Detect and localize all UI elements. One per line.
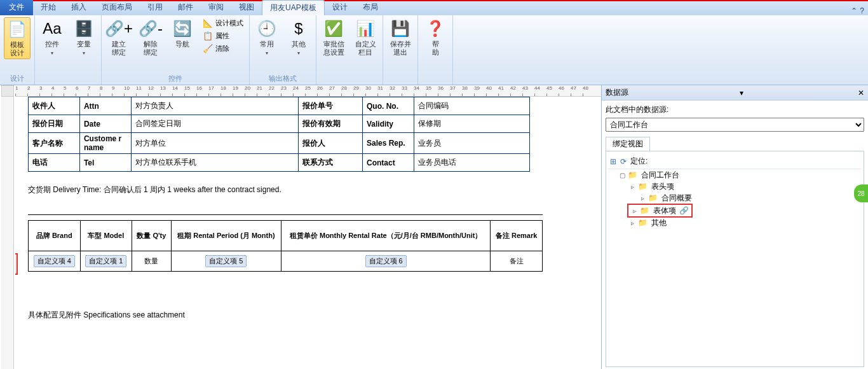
tab-7[interactable]: 用友UAP模板 — [262, 0, 325, 15]
info-cell: 报价人 — [298, 133, 362, 154]
custom-column-button[interactable]: 📊自定义栏目 — [352, 17, 379, 58]
tree-refresh-icon[interactable]: ⟳ — [620, 157, 627, 166]
data-source-panel: 数据源 ▾ ✕ 此文档中的数据源: 合同工作台 绑定视图 ⊞ ⟳ 定位: ▢ 📁… — [601, 85, 868, 369]
info-cell: 客户名称 — [29, 133, 80, 154]
field-tag[interactable]: 自定义项 5 — [205, 255, 247, 267]
tab-3[interactable]: 引用 — [140, 0, 170, 15]
tab-0[interactable]: 开始 — [33, 0, 64, 15]
body-header: 车型 Model — [80, 221, 132, 251]
horizontal-ruler: 1234567891011121314151617181920212223242… — [15, 85, 601, 97]
menu-tabs: 文件 开始插入页面布局引用邮件审阅视图用友UAP模板设计布局 ⌃ ? — [0, 0, 868, 15]
ribbon: 📄模板设计设计Aa控件▾🗄️变量▾🔗+建立绑定🔗-解除绑定🔄导航📐设计模式📋属性… — [0, 15, 868, 85]
clear-icon: 🧹 — [203, 43, 213, 53]
info-cell: Validity — [362, 115, 414, 133]
info-cell: Sales Rep. — [362, 133, 414, 154]
tree-node[interactable]: 其他 — [650, 218, 668, 227]
body-cell[interactable]: 自定义项 4 — [29, 251, 81, 272]
info-cell: Date — [79, 115, 131, 133]
properties-button[interactable]: 📋属性 — [201, 30, 245, 41]
template-design-icon: 📄 — [7, 19, 27, 39]
approve-info-button[interactable]: ✅审批信息设置 — [320, 17, 347, 58]
field-tag[interactable]: 自定义项 6 — [365, 255, 407, 267]
font-button[interactable]: Aa控件▾ — [39, 17, 65, 59]
footer-paragraph: 具体配置见附件 Specifications see attachment — [28, 310, 588, 321]
custom-column-icon: 📊 — [355, 18, 376, 39]
remove-bind-icon: 🔗- — [140, 18, 161, 39]
panel-title: 数据源 — [606, 87, 628, 98]
tab-9[interactable]: 布局 — [355, 0, 386, 15]
tree-expand-icon[interactable]: ⊞ — [610, 157, 616, 166]
body-cell[interactable]: 数量 — [132, 251, 172, 272]
info-cell: 电话 — [29, 154, 80, 172]
nav-button[interactable]: 🔄导航 — [169, 17, 196, 50]
info-cell: 报价有效期 — [298, 115, 362, 133]
tab-6[interactable]: 视图 — [231, 0, 262, 15]
panel-dropdown-icon[interactable]: ▾ — [740, 88, 743, 97]
info-cell: 收件人 — [29, 97, 80, 115]
ribbon-minimize-icon[interactable]: ⌃ — [851, 6, 857, 15]
info-cell: Attn — [79, 97, 131, 115]
variable-button[interactable]: 🗄️变量▾ — [71, 17, 97, 59]
body-cell[interactable]: 自定义项 6 — [281, 251, 491, 272]
info-cell: 合同签定日期 — [131, 115, 298, 133]
clear-button[interactable]: 🧹清除 — [201, 43, 245, 54]
datasource-select[interactable]: 合同工作台 — [606, 118, 864, 132]
panel-close-icon[interactable]: ✕ — [858, 88, 864, 97]
tree-node[interactable]: 表头项 — [650, 182, 675, 191]
info-cell: Contact — [362, 154, 414, 172]
save-exit-icon: 💾 — [390, 18, 410, 39]
template-design-button[interactable]: 📄模板设计 — [4, 17, 31, 59]
tab-5[interactable]: 审阅 — [201, 0, 231, 15]
info-cell: Custome r name — [79, 133, 131, 154]
help-icon: ❓ — [425, 18, 445, 39]
tab-4[interactable]: 邮件 — [170, 0, 201, 15]
body-header: 租期 Rental Period (月 Month) — [171, 221, 281, 251]
binding-view-tab[interactable]: 绑定视图 — [606, 137, 650, 151]
body-cell[interactable]: 自定义项 5 — [171, 251, 281, 272]
tab-8[interactable]: 设计 — [325, 0, 355, 15]
separator-line — [28, 214, 543, 215]
group-label: 输出格式 — [254, 73, 312, 85]
other-button[interactable]: $其他▾ — [285, 17, 312, 59]
side-badge[interactable]: 28 — [854, 184, 868, 202]
datasource-tree: ▢ 📁 合同工作台▹ 📁 表头项▹ 📁 合同概要▹ 📁 表体项 🔗▹ 📁 其他 — [609, 169, 861, 230]
body-cell[interactable]: 备注 — [491, 251, 543, 272]
file-tab[interactable]: 文件 — [0, 0, 33, 15]
remove-bind-button[interactable]: 🔗-解除绑定 — [137, 17, 164, 58]
vertical-ruler — [1, 97, 14, 369]
body-cell[interactable]: 自定义项 1 — [80, 251, 132, 272]
help-button[interactable]: ❓帮助 — [422, 17, 449, 58]
nav-icon: 🔄 — [172, 18, 193, 39]
info-cell: Quo. No. — [362, 97, 414, 115]
info-cell: 报价单号 — [298, 97, 362, 115]
tab-2[interactable]: 页面布局 — [94, 0, 140, 15]
info-cell: 业务员电话 — [414, 154, 529, 172]
info-cell: 对方单位联系手机 — [131, 154, 298, 172]
info-cell: 对方单位 — [131, 133, 298, 154]
other-icon: $ — [288, 18, 309, 39]
row-handle[interactable] — [15, 253, 18, 275]
group-label: 设计 — [4, 73, 31, 85]
tree-node[interactable]: 合同概要 — [660, 193, 693, 202]
field-tag[interactable]: 自定义项 4 — [34, 255, 75, 267]
properties-icon: 📋 — [203, 31, 213, 41]
common-button[interactable]: 🕘常用▾ — [254, 17, 280, 59]
body-header: 数量 Q'ty — [132, 221, 172, 251]
info-table: 收件人Attn对方负责人报价单号Quo. No.合同编码报价日期Date合同签定… — [28, 97, 530, 172]
tab-1[interactable]: 插入 — [64, 0, 94, 15]
tree-node[interactable]: 表体项 — [652, 206, 677, 215]
create-bind-button[interactable]: 🔗+建立绑定 — [105, 17, 132, 58]
delivery-paragraph: 交货期 Delivery Time: 合同确认后 1 周内 1 weeks af… — [28, 184, 588, 195]
group-label — [39, 82, 97, 85]
design-mode-button[interactable]: 📐设计模式 — [201, 17, 245, 29]
tree-root[interactable]: 合同工作台 — [640, 171, 681, 179]
panel-subtitle: 此文档中的数据源: — [606, 104, 864, 115]
help-icon[interactable]: ? — [860, 6, 864, 15]
group-label — [422, 82, 449, 85]
info-cell: 报价日期 — [29, 115, 80, 133]
variable-icon: 🗄️ — [74, 18, 94, 39]
save-exit-button[interactable]: 💾保存并退出 — [387, 17, 414, 58]
approve-info-icon: ✅ — [323, 18, 344, 39]
group-label — [387, 82, 414, 85]
field-tag[interactable]: 自定义项 1 — [85, 255, 126, 267]
